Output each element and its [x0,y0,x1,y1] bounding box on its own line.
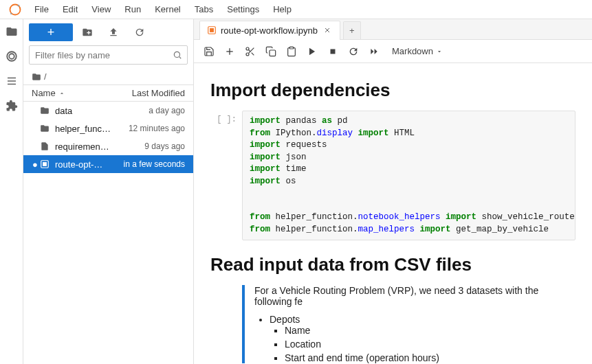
file-modified: in a few seconds [120,159,185,169]
extension-icon[interactable] [5,99,19,113]
breadcrumb[interactable]: / [23,69,193,84]
svg-rect-13 [210,28,214,32]
running-icon[interactable] [5,49,19,63]
menu-view[interactable]: View [85,1,118,17]
menu-tabs[interactable]: Tabs [188,1,220,17]
markdown-cell[interactable]: For a Vehicle Routing Problem (VRP), we … [242,285,575,363]
notebook-icon [207,25,217,35]
cell-prompt: [ ]: [210,111,242,240]
heading-read: Read input data from CSV files [210,254,575,275]
list-item: Start and end time (operation hours) [285,352,575,363]
svg-point-19 [246,53,249,56]
run-icon[interactable] [303,42,322,61]
menu-run[interactable]: Run [118,1,148,17]
file-row[interactable]: requiremen…9 days ago [23,137,193,155]
file-icon [40,141,51,151]
insert-cell-icon[interactable] [220,42,239,61]
heading-import: Import dependencies [210,80,575,101]
stop-icon[interactable] [323,42,342,61]
restart-run-all-icon[interactable] [364,42,384,61]
svg-rect-24 [289,47,293,49]
svg-line-22 [248,49,250,52]
menu-edit[interactable]: Edit [56,1,85,17]
breadcrumb-path: / [44,71,47,82]
cut-icon[interactable] [241,42,260,61]
tab-title: route-opt-workflow.ipynb [221,25,318,36]
column-modified[interactable]: Last Modified [132,88,185,98]
file-row[interactable]: helper_func…12 minutes ago [23,120,193,137]
filter-input[interactable] [29,45,188,65]
notebook-toolbar: Markdown [194,40,592,63]
menu-file[interactable]: File [28,1,56,17]
file-name: route-opt-… [55,159,120,170]
new-launcher-button[interactable]: + [29,23,73,41]
copy-icon[interactable] [261,42,281,61]
new-tab-button[interactable]: + [343,21,361,39]
file-row[interactable]: dataa day ago [23,102,193,120]
file-modified: 9 days ago [140,141,185,151]
svg-marker-28 [375,48,377,54]
md-sublist: NameLocationStart and end time (operatio… [270,325,575,363]
menu-help[interactable]: Help [266,1,298,17]
code-editor[interactable]: import pandas as pd from IPython.display… [242,111,575,240]
jupyter-logo-icon [8,3,22,16]
save-icon[interactable] [199,42,219,61]
filter-wrap [23,45,193,69]
list-item: Name [285,325,575,336]
file-list-header: Name Last Modified [23,84,193,102]
menubar: FileEditViewRunKernelTabsSettingsHelp [0,0,592,19]
svg-point-2 [10,12,12,14]
close-icon[interactable] [322,25,333,36]
code-cell[interactable]: [ ]: import pandas as pd from IPython.di… [210,111,575,240]
content-area: route-opt-workflow.ipynb + Markdown Impo… [194,19,592,364]
md-paragraph: For a Vehicle Routing Problem (VRP), we … [254,285,575,307]
svg-point-3 [9,54,14,59]
upload-icon[interactable] [102,23,125,41]
md-list: Depots NameLocationStart and end time (o… [254,314,575,363]
folder-icon[interactable] [5,25,19,38]
svg-rect-26 [331,49,336,54]
notebook-tab[interactable]: route-opt-workflow.ipynb [199,21,340,40]
refresh-icon[interactable] [128,23,151,41]
file-row[interactable]: ●route-opt-…in a few seconds [23,155,193,173]
menubar-items: FileEditViewRunKernelTabsSettingsHelp [28,1,298,17]
dirty-indicator: ● [32,159,39,170]
cell-type-selector[interactable]: Markdown [392,46,443,56]
svg-line-21 [252,52,254,55]
file-list: dataa day agohelper_func…12 minutes agor… [23,102,193,364]
list-item: Depots NameLocationStart and end time (o… [270,314,575,363]
notebook-icon [40,159,51,169]
file-name: helper_func… [55,124,124,134]
list-item: Location [285,339,575,350]
new-folder-icon[interactable] [76,23,99,41]
svg-point-1 [18,4,20,6]
paste-icon[interactable] [282,42,301,61]
svg-rect-23 [270,50,276,56]
tab-bar: route-opt-workflow.ipynb + [194,19,592,40]
file-name: requiremen… [55,141,140,152]
folder-icon [40,124,51,133]
svg-point-4 [7,52,17,61]
file-browser-toolbar: + [23,19,193,45]
file-name: data [55,106,144,116]
main-area: + / Name Last Modified dataa day agohelp… [0,19,592,364]
notebook-body[interactable]: Import dependencies [ ]: import pandas a… [194,63,592,364]
menu-settings[interactable]: Settings [220,1,266,17]
folder-icon [40,106,51,115]
svg-rect-11 [43,162,47,166]
file-modified: a day ago [144,106,185,115]
toc-icon[interactable] [5,74,19,88]
chevron-down-icon [436,48,443,55]
svg-marker-27 [371,48,373,54]
activity-bar [0,19,23,364]
menu-kernel[interactable]: Kernel [148,1,188,17]
restart-icon[interactable] [344,42,363,61]
svg-marker-25 [309,47,315,55]
file-modified: 12 minutes ago [124,124,185,133]
file-browser: + / Name Last Modified dataa day agohelp… [23,19,194,364]
column-name[interactable]: Name [32,88,132,98]
svg-point-18 [246,47,249,50]
